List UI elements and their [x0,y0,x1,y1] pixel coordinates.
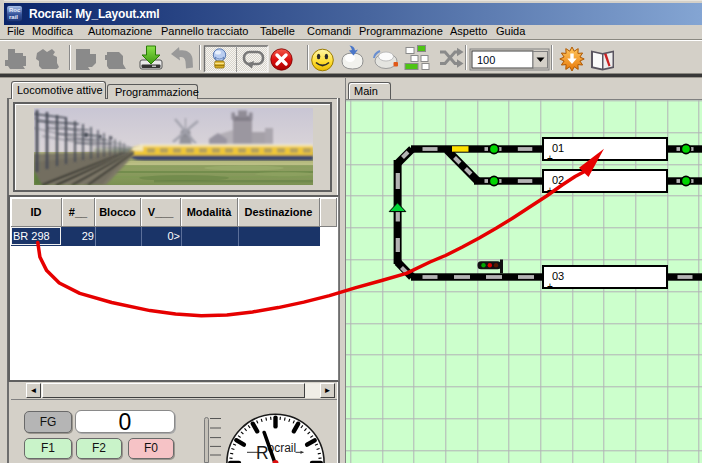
svg-text:100: 100 [477,54,495,66]
